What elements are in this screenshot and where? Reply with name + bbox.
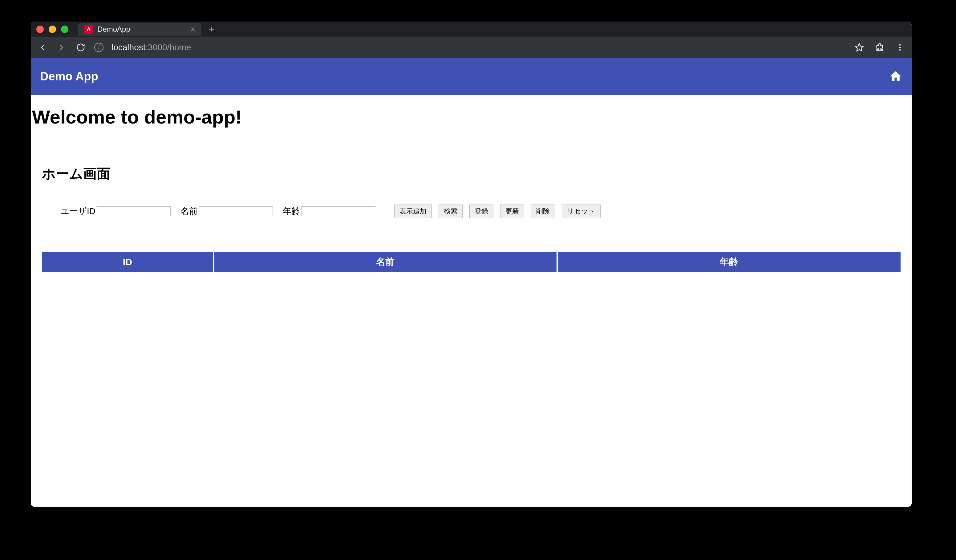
welcome-heading: Welcome to demo-app! (32, 95, 912, 131)
close-tab-icon[interactable]: × (191, 25, 195, 34)
address-bar[interactable]: localhost:3000/home (112, 42, 191, 52)
name-input[interactable] (199, 206, 273, 216)
browser-tabbar: A DemoApp × + (31, 22, 912, 37)
close-window-button[interactable] (36, 25, 44, 33)
user-id-input[interactable] (97, 206, 171, 216)
forward-button[interactable] (56, 42, 67, 53)
update-button[interactable]: 更新 (500, 204, 524, 218)
reload-button[interactable] (75, 42, 86, 53)
column-header-age: 年齢 (557, 252, 901, 272)
name-label: 名前 (181, 206, 198, 217)
page-content: Demo App Welcome to demo-app! ホーム画面 ユーザI… (31, 58, 912, 507)
search-form: ユーザID 名前 年齢 表示追加 検索 登録 (42, 204, 901, 218)
url-path: :3000/home (146, 42, 191, 52)
back-button[interactable] (37, 42, 48, 53)
reset-button[interactable]: リセット (562, 204, 601, 218)
tab-title: DemoApp (97, 25, 130, 33)
user-id-field: ユーザID (60, 206, 171, 217)
results-table: ID 名前 年齢 (42, 252, 901, 272)
angular-favicon-icon: A (84, 25, 93, 33)
svg-point-1 (899, 44, 901, 46)
age-field: 年齢 (283, 206, 375, 217)
results-table-wrap: ID 名前 年齢 (42, 252, 901, 272)
app-toolbar: Demo App (31, 58, 912, 95)
table-header-row: ID 名前 年齢 (42, 252, 901, 272)
window-controls (36, 25, 68, 33)
browser-menu-icon[interactable] (895, 42, 906, 53)
minimize-window-button[interactable] (49, 25, 56, 33)
new-tab-button[interactable]: + (206, 24, 217, 35)
section-title: ホーム画面 (42, 165, 901, 183)
age-label: 年齢 (283, 206, 300, 217)
svg-point-3 (899, 49, 901, 51)
maximize-window-button[interactable] (61, 25, 68, 33)
site-info-icon[interactable]: i (94, 43, 104, 52)
action-buttons: 表示追加 検索 登録 更新 削除 リセット (394, 204, 601, 218)
bookmark-star-icon[interactable] (854, 42, 865, 53)
svg-marker-0 (855, 44, 863, 51)
url-host: localhost (112, 42, 146, 52)
extensions-icon[interactable] (874, 42, 885, 53)
age-input[interactable] (301, 206, 375, 216)
register-button[interactable]: 登録 (469, 204, 494, 218)
name-field: 名前 (181, 206, 273, 217)
search-button[interactable]: 検索 (439, 204, 462, 218)
home-icon[interactable] (889, 69, 903, 83)
column-header-name: 名前 (214, 252, 557, 272)
add-display-button[interactable]: 表示追加 (394, 204, 432, 218)
app-title: Demo App (40, 70, 98, 83)
browser-toolbar: i localhost:3000/home (31, 37, 912, 58)
browser-window: A DemoApp × + i localhost:3000/home (31, 22, 912, 507)
svg-point-2 (899, 47, 901, 48)
column-header-id: ID (42, 252, 214, 272)
browser-tab[interactable]: A DemoApp × (78, 23, 201, 36)
delete-button[interactable]: 削除 (531, 204, 555, 218)
user-id-label: ユーザID (60, 206, 96, 217)
